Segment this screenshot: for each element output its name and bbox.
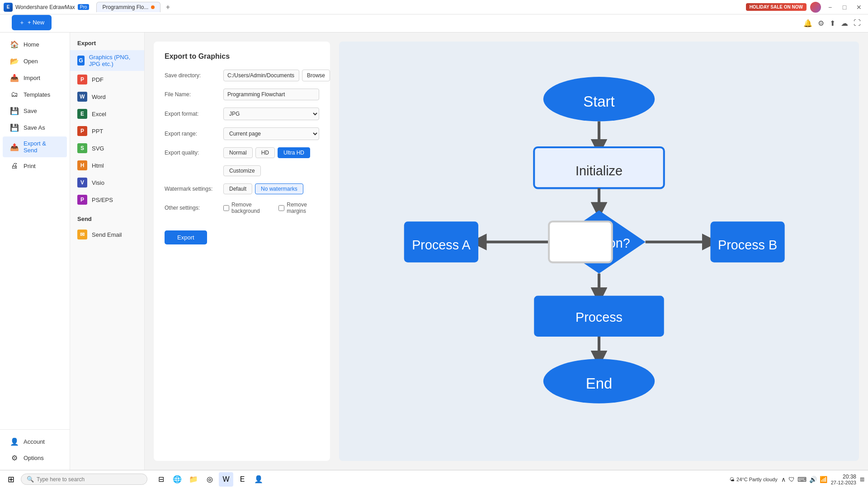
quality-normal-button[interactable]: Normal (223, 147, 253, 158)
time-block[interactable]: 20:38 27-12-2023 (831, 474, 856, 485)
sidebar-item-home[interactable]: 🏠 Home (3, 37, 67, 52)
export-item-ppt[interactable]: P PPT (70, 122, 144, 140)
export-item-send-email[interactable]: ✉ Send Email (70, 226, 144, 243)
options-icon: ⚙ (10, 454, 19, 462)
active-tab[interactable]: Programming Flo... (96, 2, 160, 12)
export-item-graphics[interactable]: G Graphics (PNG, JPG etc.) (70, 50, 144, 71)
export-icon: 📤 (10, 143, 19, 151)
settings-icon[interactable]: ⚙ (818, 19, 824, 28)
watermark-label: Watermark settings: (165, 186, 219, 192)
holiday-sale-button[interactable]: HOLIDAY SALE ON NOW (746, 3, 807, 11)
share-icon[interactable]: ⬆ (830, 19, 835, 28)
ppt-icon: P (77, 126, 87, 136)
sidebar-item-account[interactable]: 👤 Account (3, 434, 67, 450)
export-item-svg[interactable]: S SVG (70, 140, 144, 157)
start-button[interactable]: ⊞ (4, 472, 18, 487)
sidebar-label-open: Open (24, 58, 38, 65)
close-button[interactable]: ✕ (854, 2, 864, 13)
search-bar[interactable]: 🔍 (21, 474, 147, 485)
edge-button[interactable]: 🌐 (170, 472, 184, 487)
sidebar-label-home: Home (24, 41, 39, 48)
keyboard-icon[interactable]: ⌨ (797, 476, 807, 483)
sys-tray: ∧ 🛡 ⌨ 🔊 📶 (781, 476, 827, 483)
chevron-icon[interactable]: ∧ (781, 476, 786, 483)
svg-text:Process: Process (576, 310, 623, 324)
minimize-button[interactable]: − (825, 2, 835, 13)
weather-text: 24°C Partly cloudy (736, 477, 778, 482)
user-taskbar-icon[interactable]: 👤 (251, 472, 266, 487)
export-item-excel[interactable]: E Excel (70, 105, 144, 122)
new-tab-button[interactable]: + (162, 2, 173, 13)
range-control: Current page All pages Selected objects (223, 127, 319, 140)
open-icon: 📂 (10, 57, 19, 66)
remove-margins-label[interactable]: Remove margins (278, 202, 319, 214)
bell-icon[interactable]: 🔔 (803, 19, 812, 28)
export-item-pdf[interactable]: P PDF (70, 71, 144, 88)
sidebar-item-export-send[interactable]: 📤 Export & Send (3, 136, 67, 157)
remove-margins-checkbox[interactable] (278, 205, 284, 211)
show-desktop-button[interactable]: ▥ (860, 476, 864, 482)
filename-label: File Name: (165, 91, 219, 98)
new-icon: ＋ (19, 19, 25, 27)
edraw-taskbar-button[interactable]: E (235, 472, 250, 487)
volume-icon[interactable]: 🔊 (809, 476, 817, 483)
sidebar-item-print[interactable]: 🖨 Print (3, 158, 67, 174)
other-control: Remove background Remove margins (223, 202, 319, 214)
send-section-title: Send (70, 216, 144, 226)
pseps-icon: P (77, 195, 87, 205)
sidebar-item-open[interactable]: 📂 Open (3, 53, 67, 69)
main-layout: 🏠 Home 📂 Open 📥 Import 🗂 Templates 💾 Sav… (0, 33, 868, 470)
export-item-visio[interactable]: V Visio (70, 174, 144, 191)
sidebar-item-save-as[interactable]: 💾 Save As (3, 120, 67, 136)
word-button[interactable]: W (219, 472, 233, 487)
chrome-button[interactable]: ◎ (203, 472, 217, 487)
filename-input[interactable] (223, 89, 319, 100)
new-button[interactable]: ＋ + New (12, 15, 52, 30)
browse-button[interactable]: Browse (302, 70, 330, 81)
sidebar-item-import[interactable]: 📥 Import (3, 70, 67, 86)
sidebar-bottom: 👤 Account ⚙ Options (0, 429, 70, 466)
avatar[interactable] (810, 2, 821, 13)
customize-control: Customize (223, 165, 319, 176)
quality-ultrahd-button[interactable]: Ultra HD (278, 147, 310, 158)
range-select[interactable]: Current page All pages Selected objects (223, 127, 319, 140)
explorer-button[interactable]: 📁 (186, 472, 201, 487)
quality-label: Export quality: (165, 150, 219, 156)
watermark-row: Watermark settings: Default No watermark… (165, 183, 319, 194)
watermark-control: Default No watermarks (223, 183, 319, 194)
export-item-word[interactable]: W Word (70, 88, 144, 105)
customize-button[interactable]: Customize (223, 165, 261, 176)
remove-bg-label[interactable]: Remove background (223, 202, 271, 214)
export-button[interactable]: Export (165, 230, 207, 244)
fullscreen-icon[interactable]: ⛶ (854, 19, 861, 28)
svg-text:Start: Start (583, 93, 614, 110)
account-icon: 👤 (10, 437, 19, 446)
taskbar-icons: ⊟ 🌐 📁 ◎ W E 👤 (154, 472, 266, 487)
search-input[interactable] (37, 476, 127, 483)
sidebar-label-templates: Templates (24, 91, 50, 98)
maximize-button[interactable]: □ (839, 2, 850, 13)
export-label-ppt: PPT (92, 128, 103, 135)
filename-control (223, 89, 319, 100)
export-item-html[interactable]: H Html (70, 157, 144, 174)
shield-icon[interactable]: 🛡 (788, 476, 795, 483)
quality-hd-button[interactable]: HD (255, 147, 275, 158)
send-email-icon: ✉ (77, 230, 87, 239)
format-select[interactable]: JPG PNG BMP SVG TIFF (223, 108, 319, 120)
sidebar-item-templates[interactable]: 🗂 Templates (3, 87, 67, 102)
cloud-icon[interactable]: ☁ (841, 19, 848, 28)
export-item-pseps[interactable]: P PS/EPS (70, 191, 144, 208)
remove-bg-checkbox[interactable] (223, 205, 229, 211)
task-view-button[interactable]: ⊟ (154, 472, 168, 487)
export-label-svg: SVG (92, 145, 104, 152)
svg-text:Process A: Process A (412, 238, 471, 252)
watermark-none-button[interactable]: No watermarks (255, 183, 303, 194)
sidebar-item-save[interactable]: 💾 Save (3, 103, 67, 119)
watermark-default-button[interactable]: Default (223, 183, 252, 194)
titlebar: E Wondershare EdrawMax Pro Programming F… (0, 0, 868, 14)
word-icon: W (77, 92, 87, 102)
templates-icon: 🗂 (10, 90, 19, 99)
save-dir-input[interactable] (223, 70, 299, 81)
sidebar-item-options[interactable]: ⚙ Options (3, 450, 67, 466)
network-icon[interactable]: 📶 (820, 476, 827, 483)
